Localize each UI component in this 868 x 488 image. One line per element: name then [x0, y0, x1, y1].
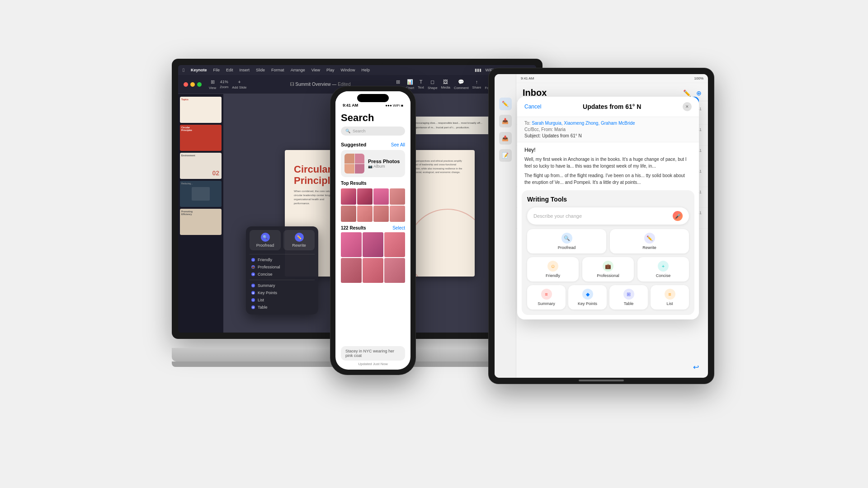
- wt-keypoints-btn[interactable]: ◆ Key Points: [568, 285, 607, 310]
- wt-greeting: Hey!: [524, 147, 692, 153]
- wt-concise-item[interactable]: ✦ Concise: [250, 271, 315, 278]
- wt-concise-label: Concise: [258, 272, 273, 277]
- wt-main-tools-grid: 🔍 Proofread ✏️ Rewrite: [527, 229, 689, 253]
- iphone-album-card[interactable]: Press Photos 📷 Album: [341, 150, 405, 177]
- wt-professional-item[interactable]: 💼 Professional: [250, 263, 315, 271]
- photo-large-4[interactable]: [341, 258, 362, 283]
- keynote-menu-file[interactable]: File: [213, 68, 220, 72]
- iphone-album-thumbnail: [344, 154, 364, 174]
- photo-item-8[interactable]: [390, 206, 405, 222]
- keynote-menu-help[interactable]: Help: [362, 68, 370, 72]
- photo-item-2[interactable]: [357, 188, 373, 205]
- ipad-undo-button[interactable]: ↩: [693, 363, 699, 371]
- keynote-menu-play[interactable]: Play: [326, 68, 335, 72]
- wt-rewrite-btn[interactable]: ✏️ Rewrite: [610, 229, 689, 253]
- keynote-menu-window[interactable]: Window: [341, 68, 355, 72]
- iphone-search-input[interactable]: Search: [353, 129, 366, 133]
- iphone-bottom-search[interactable]: Stacey in NYC wearing her pink coat: [341, 346, 405, 361]
- keynote-menu-insert[interactable]: Insert: [240, 68, 250, 72]
- ipad-home-indicator: [579, 380, 624, 381]
- photo-large-2[interactable]: [363, 232, 383, 257]
- keynote-zoom-btn[interactable]: 41%Zoom: [220, 80, 228, 89]
- ipad: ✏️ 📥 📤 📝 9:41 AM 100% Inbox: [488, 68, 714, 384]
- wt-input-placeholder: Describe your change: [533, 213, 582, 219]
- wt-summary-btn[interactable]: ≡ Summary: [527, 285, 566, 310]
- iphone-time: 9:41 AM: [343, 103, 358, 108]
- wt-rewrite-btn-mac[interactable]: ✏️ Rewrite: [283, 230, 315, 250]
- keynote-comment-btn[interactable]: 💬Comment: [454, 79, 469, 90]
- keynote-menu-format[interactable]: Format: [271, 68, 284, 72]
- wt-concise-btn[interactable]: + Concise: [637, 257, 689, 282]
- slide-thumb-5[interactable]: PromotingEfficiency: [180, 209, 222, 235]
- keynote-menu-view[interactable]: View: [311, 68, 320, 72]
- wt-professional-btn[interactable]: 💼 Professional: [582, 257, 634, 282]
- slide-thumb-1[interactable]: Topics: [180, 97, 222, 123]
- wt-format-tools-grid: ≡ Summary ◆ Key Points ⊞ Table: [527, 285, 689, 310]
- photo-item-7[interactable]: [373, 206, 389, 222]
- wt-modal-cancel-button[interactable]: Cancel: [524, 103, 541, 110]
- wt-describe-input[interactable]: Describe your change 🎤: [527, 207, 689, 225]
- keynote-menu-arrange[interactable]: Arrange: [291, 68, 305, 72]
- album-photo-3: [344, 164, 354, 174]
- wt-modal-close-button[interactable]: ✕: [683, 102, 692, 111]
- iphone-dynamic-island: [357, 94, 389, 102]
- wt-summary-item[interactable]: ≡ Summary: [250, 282, 315, 289]
- wt-proofread-btn-mac[interactable]: 🔍 Proofread: [250, 230, 281, 250]
- iphone-results-count: 122 Results: [341, 225, 366, 230]
- iphone-search-bar[interactable]: 🔍 Search: [341, 127, 405, 136]
- wt-list-btn[interactable]: ≡ List: [651, 285, 689, 310]
- wt-friendly-item[interactable]: ☺ Friendly: [250, 256, 315, 263]
- photo-large-3[interactable]: [384, 232, 405, 257]
- minimize-window-button[interactable]: [190, 82, 195, 87]
- keynote-text-btn[interactable]: TText: [418, 79, 424, 89]
- keynote-media-btn[interactable]: 🖼Media: [441, 79, 450, 89]
- ipad-screen: ✏️ 📥 📤 📝 9:41 AM 100% Inbox: [495, 74, 708, 378]
- wt-keypoints-item[interactable]: ◆ Key Points: [250, 289, 315, 296]
- proofread-icon: 🔍: [261, 233, 270, 242]
- friendly-dot-icon: ☺: [251, 258, 255, 262]
- photo-item-1[interactable]: [341, 188, 356, 205]
- keynote-addslide-btn[interactable]: +Add Slide: [232, 79, 246, 89]
- wt-list-label: List: [258, 298, 264, 302]
- photo-item-4[interactable]: [390, 188, 405, 205]
- wt-table-btn[interactable]: ⊞ Table: [609, 285, 648, 310]
- photo-large-6[interactable]: [384, 258, 405, 283]
- iphone-select-button[interactable]: Select: [392, 225, 405, 230]
- wt-friendly-btn[interactable]: ☺ Friendly: [527, 257, 579, 282]
- slide-thumb-2[interactable]: CircularPrinciples: [180, 125, 222, 151]
- keynote-shape-btn[interactable]: ◻Shape: [428, 79, 438, 90]
- photo-large-1[interactable]: [341, 232, 362, 257]
- album-photo-2: [355, 154, 365, 164]
- photo-item-3[interactable]: [373, 188, 389, 205]
- close-window-button[interactable]: [184, 82, 188, 87]
- ipad-more-icon[interactable]: ⊕: [696, 89, 702, 97]
- iphone-see-all-button[interactable]: See All: [391, 142, 405, 147]
- ipad-compose-icon[interactable]: ✏️: [683, 89, 691, 97]
- photo-item-6[interactable]: [357, 206, 373, 222]
- wt-proofread-btn[interactable]: 🔍 Proofread: [527, 229, 606, 253]
- fullscreen-window-button[interactable]: [197, 82, 202, 87]
- scene:  Keynote File Edit Insert Slide Format …: [208, 59, 660, 429]
- wt-list-item[interactable]: ≡ List: [250, 296, 315, 304]
- photo-large-5[interactable]: [363, 258, 383, 283]
- wt-mic-button[interactable]: 🎤: [673, 211, 683, 221]
- slide-thumb-4[interactable]: Reducing...: [180, 181, 222, 207]
- ipad-sidebar-drafts-icon[interactable]: 📝: [499, 149, 512, 162]
- keynote-menu-slide[interactable]: Slide: [256, 68, 265, 72]
- keynote-menu-edit[interactable]: Edit: [226, 68, 233, 72]
- ipad-sidebar-sent-icon[interactable]: 📤: [499, 132, 512, 145]
- wt-modal-cc-field: Cc/Bcc, From: Maria: [524, 127, 692, 132]
- slide-thumb-3[interactable]: Environment 02: [180, 153, 222, 179]
- iphone-album-info: Press Photos 📷 Album: [368, 159, 400, 169]
- wt-divider: [250, 254, 315, 254]
- wt-modal-tools-panel: Writing Tools Describe your change 🎤 🔍 P…: [522, 190, 694, 315]
- wt-table-item[interactable]: ⊞ Table: [250, 304, 315, 311]
- wt-tone-tools-grid: ☺ Friendly 💼 Professional + Concise: [527, 257, 689, 282]
- keynote-share-btn[interactable]: ↑Share: [472, 79, 481, 89]
- iphone-screen: 9:41 AM ●●● WiFi ■ Search 🔍 Search Sugge…: [335, 91, 410, 370]
- iphone-section-header: Suggested See All: [341, 142, 405, 147]
- ipad-sidebar-compose-icon[interactable]: ✏️: [499, 98, 512, 110]
- keynote-view-btn[interactable]: ⊞View: [209, 79, 216, 90]
- photo-item-5[interactable]: [341, 206, 356, 222]
- ipad-sidebar-inbox-icon[interactable]: 📥: [499, 115, 512, 127]
